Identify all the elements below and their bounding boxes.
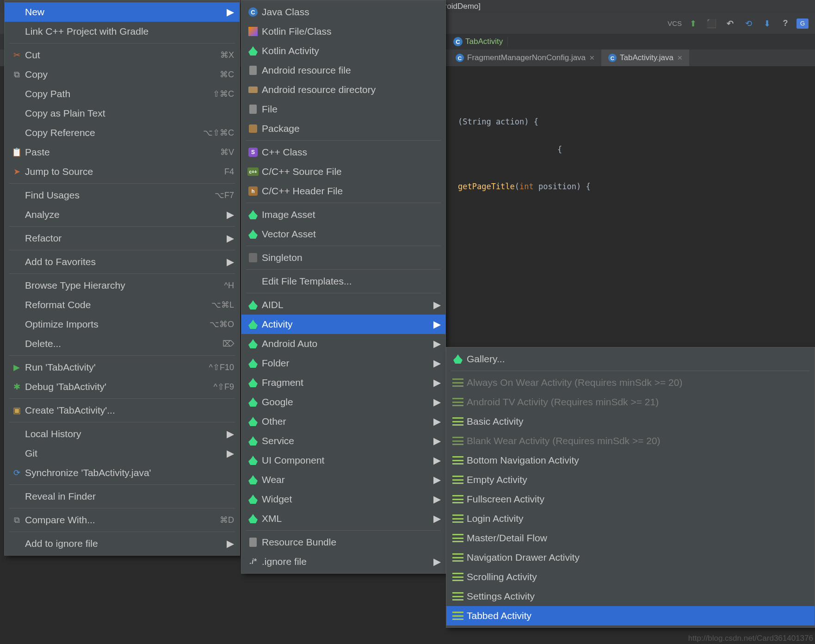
debug-icon: ✱ (10, 382, 23, 392)
menu-item-paste[interactable]: 📋 Paste ⌘V (5, 142, 240, 162)
menu-item-browse-hierarchy[interactable]: Browse Type Hierarchy ^H (5, 276, 240, 295)
menu-item-delete[interactable]: Delete... ⌦ (5, 334, 240, 353)
menu-item-favorites[interactable]: Add to Favorites ▶ (5, 252, 240, 272)
menu-item-always-on-wear: Always On Wear Activity (Requires minSdk… (446, 373, 815, 392)
menu-item-reveal-finder[interactable]: Reveal in Finder (5, 487, 240, 506)
menu-item-copy-path[interactable]: Copy Path ⇧⌘C (5, 84, 240, 104)
menu-item-refactor[interactable]: Refactor ▶ (5, 229, 240, 248)
menu-item-other[interactable]: Other ▶ (241, 412, 445, 431)
template-icon (452, 573, 463, 581)
menu-item-fragment[interactable]: Fragment ▶ (241, 373, 445, 392)
menu-item-java-class[interactable]: C Java Class (241, 2, 445, 22)
menu-separator (246, 203, 441, 203)
menu-item-run[interactable]: ▶ Run 'TabActivity' ^⇧F10 (5, 358, 240, 377)
menu-item-folder[interactable]: Folder ▶ (241, 353, 445, 373)
template-icon (452, 456, 463, 464)
menu-item-synchronize[interactable]: ⟳ Synchronize 'TabActivity.java' (5, 463, 240, 483)
android-icon (453, 354, 463, 364)
menu-item-scrolling-activity[interactable]: Scrolling Activity (446, 567, 815, 587)
help-icon[interactable]: ? (778, 16, 793, 31)
avd-manager-icon[interactable]: ⬇ (759, 16, 774, 31)
menu-item-add-ignore[interactable]: Add to ignore file ▶ (5, 534, 240, 553)
submenu-arrow-icon: ▶ (227, 256, 234, 267)
submenu-arrow-icon: ▶ (227, 209, 234, 220)
sync-project-icon[interactable]: ⟲ (741, 16, 756, 31)
menu-item-empty-activity[interactable]: Empty Activity (446, 470, 815, 489)
menu-item-find-usages[interactable]: Find Usages ⌥F7 (5, 186, 240, 205)
menu-item-cpp-class[interactable]: S C++ Class (241, 142, 445, 162)
close-icon[interactable]: ✕ (677, 54, 683, 62)
menu-item-debug[interactable]: ✱ Debug 'TabActivity' ^⇧F9 (5, 377, 240, 396)
translate-icon[interactable]: G (796, 19, 809, 29)
menu-item-android-auto[interactable]: Android Auto ▶ (241, 334, 445, 353)
close-icon[interactable]: ✕ (589, 54, 595, 62)
submenu-arrow-icon: ▶ (433, 338, 441, 349)
menu-item-aidl[interactable]: AIDL ▶ (241, 295, 445, 315)
file-icon (249, 538, 257, 547)
android-icon (248, 514, 258, 523)
menu-item-git[interactable]: Git ▶ (5, 444, 240, 463)
menu-item-new[interactable]: New ▶ (5, 2, 240, 22)
menu-item-basic-activity[interactable]: Basic Activity (446, 412, 815, 431)
menu-item-local-history[interactable]: Local History ▶ (5, 424, 240, 444)
menu-item-bottom-nav[interactable]: Bottom Navigation Activity (446, 451, 815, 470)
menu-item-resource-file[interactable]: Android resource file (241, 61, 445, 80)
menu-item-optimize-imports[interactable]: Optimize Imports ⌥⌘O (5, 315, 240, 334)
submenu-arrow-icon: ▶ (433, 299, 441, 310)
menu-item-tabbed-activity[interactable]: Tabbed Activity (446, 606, 815, 625)
menu-item-cut[interactable]: ✂ Cut ⌘X (5, 45, 240, 65)
menu-item-copy-reference[interactable]: Copy Reference ⌥⇧⌘C (5, 123, 240, 142)
submenu-arrow-icon: ▶ (433, 455, 441, 466)
menu-item-activity[interactable]: Activity ▶ (241, 315, 445, 334)
menu-separator (9, 226, 235, 227)
menu-separator (9, 508, 235, 508)
submenu-arrow-icon: ▶ (227, 428, 234, 440)
menu-item-create-run-config[interactable]: ▣ Create 'TabActivity'... (5, 401, 240, 420)
menu-item-package[interactable]: Package (241, 119, 445, 138)
menu-item-file[interactable]: File (241, 99, 445, 119)
java-class-icon: C (608, 54, 617, 62)
breadcrumb-item[interactable]: C TabActivity (449, 37, 508, 46)
menu-item-kotlin-activity[interactable]: Kotlin Activity (241, 41, 445, 61)
menu-item-kotlin-file[interactable]: Kotlin File/Class (241, 22, 445, 41)
menu-item-ui-component[interactable]: UI Component ▶ (241, 451, 445, 470)
menu-item-singleton[interactable]: Singleton (241, 248, 445, 267)
editor-tab[interactable]: C FragmentManagerNonConfig.java ✕ (449, 50, 601, 66)
menu-item-settings-activity[interactable]: Settings Activity (446, 587, 815, 606)
menu-item-google[interactable]: Google ▶ (241, 392, 445, 412)
editor-tab[interactable]: C TabActivity.java ✕ (601, 50, 689, 66)
menu-item-copy[interactable]: ⧉ Copy ⌘C (5, 65, 240, 84)
menu-item-cpp-header[interactable]: h C/C++ Header File (241, 181, 445, 201)
vcs-update-icon[interactable]: ⬆ (685, 16, 700, 31)
menu-item-fullscreen-activity[interactable]: Fullscreen Activity (446, 489, 815, 509)
menu-item-nav-drawer[interactable]: Navigation Drawer Activity (446, 548, 815, 567)
undo-icon[interactable]: ↶ (722, 16, 737, 31)
menu-item-cpp-source[interactable]: c++ C/C++ Source File (241, 162, 445, 181)
menu-item-widget[interactable]: Widget ▶ (241, 489, 445, 509)
menu-item-login-activity[interactable]: Login Activity (446, 509, 815, 528)
menu-item-vector-asset[interactable]: Vector Asset (241, 224, 445, 244)
menu-item-ignore-file[interactable]: .i* .ignore file ▶ (241, 552, 445, 571)
menu-item-resource-bundle[interactable]: Resource Bundle (241, 533, 445, 552)
submenu-arrow-icon: ▶ (433, 494, 441, 505)
menu-item-jump-source[interactable]: ➤ Jump to Source F4 (5, 162, 240, 181)
menu-item-copy-plain[interactable]: Copy as Plain Text (5, 104, 240, 123)
menu-item-analyze[interactable]: Analyze ▶ (5, 205, 240, 224)
menu-item-image-asset[interactable]: Image Asset (241, 205, 445, 224)
submenu-arrow-icon: ▶ (433, 513, 441, 524)
menu-item-service[interactable]: Service ▶ (241, 431, 445, 451)
menu-item-master-detail[interactable]: Master/Detail Flow (446, 528, 815, 548)
vcs-commit-icon[interactable]: ⬛ (704, 16, 719, 31)
menu-item-reformat[interactable]: Reformat Code ⌥⌘L (5, 295, 240, 315)
template-icon (452, 378, 463, 387)
menu-item-compare[interactable]: ⧉ Compare With... ⌘D (5, 510, 240, 530)
template-icon (452, 476, 463, 484)
menu-item-resource-dir[interactable]: Android resource directory (241, 80, 445, 99)
menu-item-edit-templates[interactable]: Edit File Templates... (241, 272, 445, 291)
menu-item-link-cpp[interactable]: Link C++ Project with Gradle (5, 22, 240, 41)
menu-item-wear[interactable]: Wear ▶ (241, 470, 445, 489)
menu-item-gallery[interactable]: Gallery... (446, 349, 815, 369)
template-icon (452, 495, 463, 503)
menu-separator (246, 530, 441, 531)
menu-item-xml[interactable]: XML ▶ (241, 509, 445, 528)
